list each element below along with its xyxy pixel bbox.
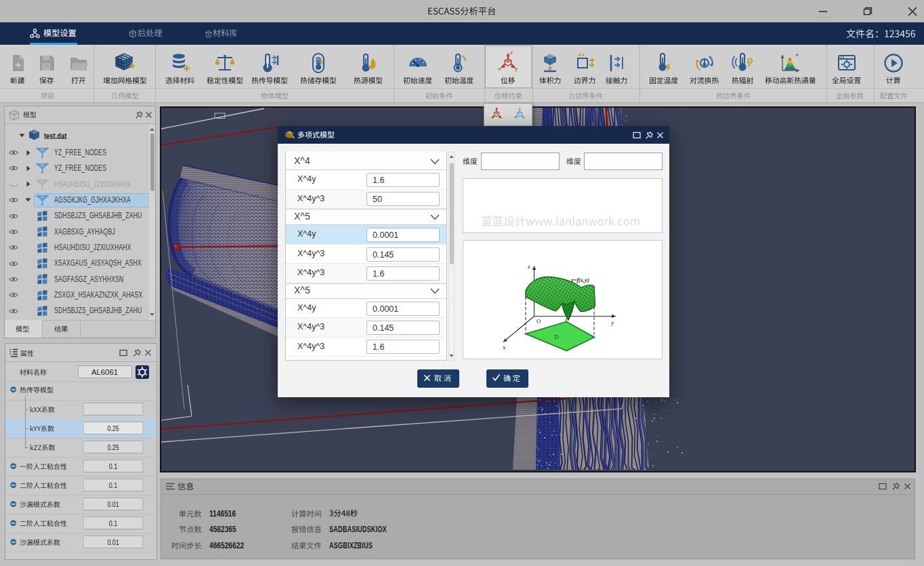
svg-text:z=f(x,y): z=f(x,y) [570, 276, 589, 283]
svg-text:y: y [611, 319, 614, 325]
svg-text:z: z [528, 262, 530, 269]
svg-text:x: x [503, 343, 506, 350]
svg-text:O: O [537, 317, 541, 324]
svg-text:D: D [554, 333, 559, 340]
